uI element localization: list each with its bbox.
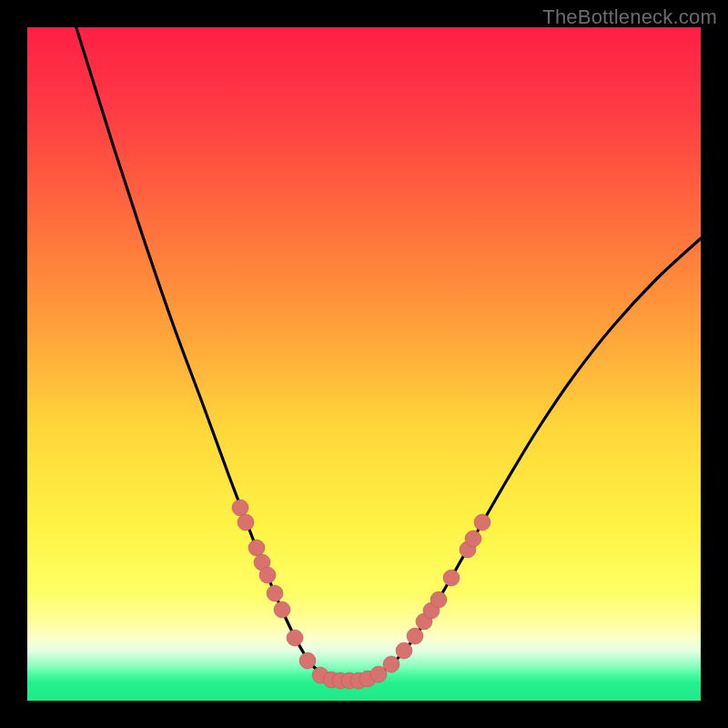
curve-marker-right xyxy=(383,656,399,672)
curve-marker-right xyxy=(443,570,460,586)
curve-marker-left xyxy=(274,602,290,618)
curve-marker-left xyxy=(232,500,248,516)
bottleneck-curve xyxy=(73,27,701,682)
curve-marker-left xyxy=(248,540,265,556)
curve-marker-left xyxy=(267,585,283,602)
curve-marker-left xyxy=(238,514,254,531)
curve-markers xyxy=(232,500,490,689)
curve-marker-left xyxy=(299,652,316,669)
curve-marker-right xyxy=(465,531,481,547)
curve-marker-right xyxy=(407,628,423,644)
chart-frame xyxy=(27,27,701,701)
curve-marker-right xyxy=(430,592,447,608)
watermark-text: TheBottleneck.com xyxy=(542,5,717,29)
curve-marker-left xyxy=(287,630,303,646)
curve-marker-right xyxy=(396,642,412,659)
curve-marker-right xyxy=(474,514,490,531)
chart-curve-layer xyxy=(27,27,701,701)
curve-marker-left xyxy=(259,567,276,583)
